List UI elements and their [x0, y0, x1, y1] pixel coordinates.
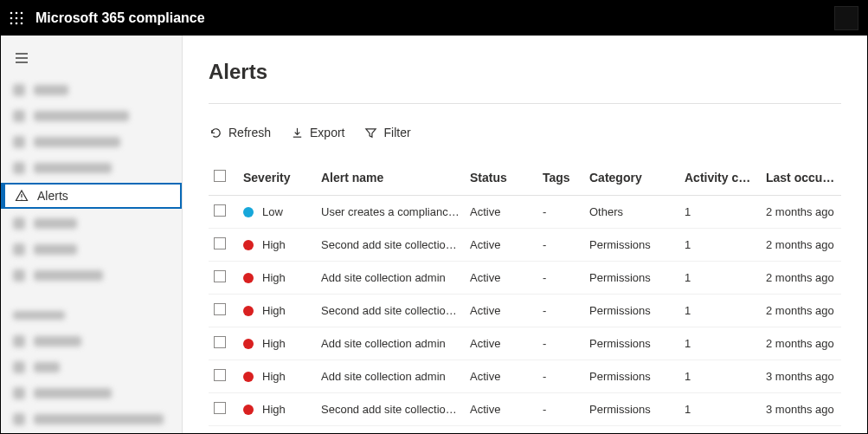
refresh-icon [209, 126, 222, 139]
severity-dot-icon [243, 207, 254, 217]
export-button[interactable]: Export [290, 126, 344, 139]
severity-dot-icon [243, 405, 254, 415]
svg-point-5 [21, 17, 23, 20]
redacted-icon [13, 84, 25, 96]
severity-label: High [262, 238, 286, 251]
header-severity[interactable]: Severity [238, 163, 316, 196]
table-row[interactable]: HighAdd site collection adminActive-Perm… [209, 360, 841, 393]
cell-alert-name[interactable]: Second add site collection admin [316, 295, 465, 327]
svg-point-13 [21, 198, 22, 199]
svg-point-3 [10, 17, 13, 20]
cell-tags: - [537, 426, 584, 434]
sidebar-item-redacted[interactable] [1, 354, 182, 380]
redacted-icon [13, 335, 25, 347]
cell-activity-count: 1 [679, 327, 761, 360]
sidebar-item-alerts[interactable]: Alerts [1, 183, 182, 209]
sidebar-item-redacted[interactable] [1, 155, 182, 181]
severity-label: High [262, 337, 286, 350]
cell-alert-name[interactable]: Add site collection admin [316, 327, 465, 360]
severity-dot-icon [243, 372, 254, 382]
checkbox-icon[interactable] [214, 369, 226, 381]
cell-category: Permissions [584, 360, 679, 393]
sidebar-item-redacted[interactable] [1, 129, 182, 155]
sidebar-item-redacted[interactable] [1, 211, 182, 236]
cell-status: Active [465, 327, 537, 360]
sidebar-item-alerts-label: Alerts [37, 189, 68, 203]
row-checkbox[interactable] [209, 196, 238, 229]
row-checkbox[interactable] [209, 393, 238, 426]
redacted-icon [13, 387, 25, 399]
cell-alert-name[interactable]: Second add site collection admin [316, 393, 465, 426]
table-row[interactable]: MediumeDiscovery search started or expor… [209, 426, 841, 434]
sidebar-item-redacted[interactable] [1, 236, 182, 262]
redacted-label [34, 137, 120, 147]
row-checkbox[interactable] [209, 360, 238, 393]
table-row[interactable]: LowUser creates a compliance caseActive-… [209, 196, 841, 229]
cell-alert-name[interactable]: eDiscovery search started or exported [316, 426, 465, 434]
redacted-icon [13, 361, 25, 373]
header-status[interactable]: Status [465, 163, 537, 196]
app-frame: Microsoft 365 compliance Alerts [0, 0, 868, 434]
checkbox-icon[interactable] [214, 303, 226, 315]
checkbox-icon[interactable] [214, 402, 226, 414]
table-row[interactable]: HighSecond add site collection adminActi… [209, 393, 841, 426]
row-checkbox[interactable] [209, 295, 238, 327]
cell-category: Others [584, 196, 679, 229]
cell-tags: - [537, 360, 584, 393]
checkbox-icon[interactable] [214, 270, 226, 282]
severity-label: Low [262, 205, 283, 218]
filter-button[interactable]: Filter [364, 126, 411, 139]
cell-alert-name[interactable]: User creates a compliance case [316, 196, 465, 229]
sidebar-item-redacted[interactable] [1, 328, 182, 354]
header-alert-name[interactable]: Alert name [316, 163, 465, 196]
cell-status: Active [465, 393, 537, 426]
checkbox-icon[interactable] [214, 237, 226, 249]
checkbox-icon[interactable] [214, 336, 226, 348]
user-avatar[interactable] [834, 6, 858, 30]
export-label: Export [310, 126, 344, 139]
header-category[interactable]: Category [584, 163, 679, 196]
cell-activity-count: 1 [679, 229, 761, 262]
cell-tags: - [537, 229, 584, 262]
refresh-button[interactable]: Refresh [209, 126, 271, 139]
cell-alert-name[interactable]: Add site collection admin [316, 262, 465, 295]
cell-category: Permissions [584, 327, 679, 360]
svg-point-8 [21, 23, 23, 25]
table-row[interactable]: HighSecond add site collection adminActi… [209, 295, 841, 327]
redacted-label [34, 362, 60, 372]
row-checkbox[interactable] [209, 327, 238, 360]
sidebar-item-redacted[interactable] [1, 380, 182, 406]
page-divider [209, 103, 841, 104]
cell-severity: High [238, 229, 316, 262]
topbar: Microsoft 365 compliance [1, 1, 867, 36]
table-row[interactable]: HighAdd site collection adminActive-Perm… [209, 327, 841, 360]
table-row[interactable]: HighAdd site collection adminActive-Perm… [209, 262, 841, 295]
row-checkbox[interactable] [209, 229, 238, 262]
sidebar-item-redacted[interactable] [1, 406, 182, 432]
header-tags[interactable]: Tags [537, 163, 584, 196]
alerts-table: Severity Alert name Status Tags Category… [209, 163, 841, 433]
severity-dot-icon [243, 273, 254, 283]
sidebar-item-redacted[interactable] [1, 262, 182, 288]
cell-category: Threat management [584, 426, 679, 434]
cell-alert-name[interactable]: Add site collection admin [316, 360, 465, 393]
redacted-label [34, 85, 68, 95]
row-checkbox[interactable] [209, 262, 238, 295]
header-checkbox[interactable] [209, 163, 238, 196]
cell-severity: High [238, 393, 316, 426]
checkbox-icon[interactable] [214, 170, 226, 182]
checkbox-icon[interactable] [214, 204, 226, 217]
cell-last-occurrence: 2 months ago [761, 229, 841, 262]
cell-last-occurrence: 2 months ago [761, 196, 841, 229]
sidebar-item-redacted[interactable] [1, 77, 182, 103]
cell-alert-name[interactable]: Second add site collection admin [316, 229, 465, 262]
app-launcher-icon[interactable] [10, 11, 23, 25]
header-last-occurrence[interactable]: Last occurrence ... [761, 163, 841, 196]
redacted-icon [13, 413, 25, 425]
hamburger-menu-icon[interactable] [11, 48, 32, 68]
row-checkbox[interactable] [209, 426, 238, 434]
filter-icon [364, 126, 378, 139]
sidebar-item-redacted[interactable] [1, 103, 182, 129]
header-activity-count[interactable]: Activity count [679, 163, 761, 196]
table-row[interactable]: HighSecond add site collection adminActi… [209, 229, 841, 262]
